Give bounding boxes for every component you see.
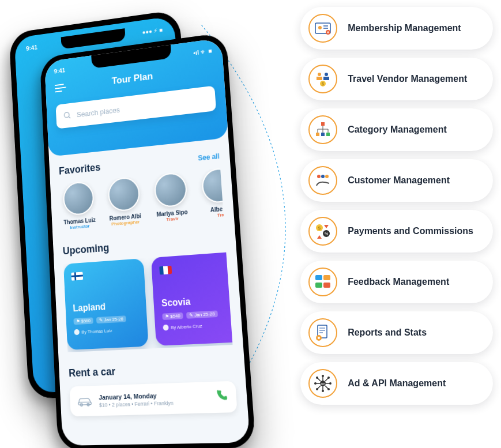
feature-label: Feedback Management [348, 276, 449, 288]
page-title: Tour Plan [111, 71, 153, 87]
favorite-item[interactable]: Romero Albi Photographer [104, 176, 145, 227]
rent-meta: $10 • 2 places • Ferrari • Franklyn [99, 400, 174, 408]
rent-heading: Rent a car [69, 366, 116, 379]
api-icon [308, 369, 337, 398]
favorite-item[interactable]: Thomas Luiz Instructor [59, 180, 99, 231]
favorites-heading: Favorites [59, 161, 101, 178]
reports-icon [308, 318, 337, 347]
status-icons: ●●● ⚡︎ ■ [142, 27, 163, 35]
status-time: 9:41 [54, 67, 65, 75]
customers-icon [308, 166, 337, 195]
search-icon [63, 111, 72, 121]
tour-card[interactable]: Lapland ⚑ $560✎ Jan 25-28 By Thomas Luiz [63, 258, 149, 350]
rent-date: January 14, Monday [99, 391, 173, 401]
favorite-item[interactable]: Alberto Tra [198, 168, 224, 219]
search-placeholder: Search places [77, 106, 120, 119]
car-icon [77, 396, 93, 406]
flag-icon [71, 272, 83, 281]
avatar [107, 176, 140, 212]
svg-line-1 [69, 116, 70, 119]
upcoming-section: Upcoming Lapland ⚑ $560✎ Jan 25-28 By Th… [52, 221, 243, 357]
upcoming-heading: Upcoming [62, 242, 109, 257]
see-all-link[interactable]: See all [198, 152, 220, 163]
id-card-icon [308, 14, 337, 43]
phone-mockups: 9:41 ●●● ⚡︎ ■ 9:41 •ıl ᯤ ■ Tour Plan Sea… [0, 0, 245, 448]
avatar [201, 168, 224, 204]
upcoming-row: Lapland ⚑ $560✎ Jan 25-28 By Thomas Luiz… [63, 253, 233, 352]
feature-pill[interactable]: Membership Management [300, 7, 493, 50]
tour-destination: Scovia [161, 294, 231, 309]
feature-pill[interactable]: Payments and Commissions [300, 210, 493, 253]
rent-section: Rent a car January 14, Monday $10 • 2 pl… [58, 349, 248, 421]
vendor-icon [308, 65, 337, 93]
feature-pill[interactable]: Travel Vendor Management [300, 58, 493, 100]
feature-pill[interactable]: Category Management [300, 108, 493, 151]
feature-label: Travel Vendor Management [348, 73, 467, 85]
tour-card[interactable]: Scovia ⚑ $540✎ Jan 25-28 By Alberto Cruz [151, 253, 233, 346]
flag-icon [159, 266, 172, 275]
feature-pill[interactable]: Ad & API Management [300, 362, 493, 405]
feature-label: Reports and Stats [348, 327, 427, 338]
tour-meta: ⚑ $540✎ Jan 25-28 [162, 310, 232, 320]
tour-by: By Thomas Luiz [74, 326, 140, 335]
phone-front: 9:41 •ıl ᯤ ■ Tour Plan Search places Fav… [40, 32, 256, 448]
tour-destination: Lapland [73, 300, 138, 314]
feature-label: Customer Management [348, 175, 450, 186]
feature-label: Payments and Commissions [348, 225, 473, 237]
status-icons: •ıl ᯤ ■ [193, 47, 212, 57]
phone-notch [61, 28, 126, 49]
avatar [63, 180, 95, 216]
tour-by: By Alberto Cruz [163, 321, 232, 331]
favorites-row: Thomas Luiz Instructor Romero Albi Photo… [59, 168, 224, 231]
feature-label: Membership Management [348, 22, 461, 34]
feature-pill[interactable]: Feedback Management [300, 261, 493, 303]
tour-meta: ⚑ $560✎ Jan 25-28 [73, 315, 139, 325]
search-input[interactable]: Search places [55, 85, 216, 129]
menu-icon[interactable] [55, 84, 66, 93]
rent-card[interactable]: January 14, Monday $10 • 2 places • Ferr… [69, 381, 237, 417]
avatar [153, 172, 187, 208]
feature-pill[interactable]: Reports and Stats [300, 311, 493, 354]
feature-pill[interactable]: Customer Management [300, 159, 493, 202]
tree-icon [308, 115, 337, 144]
status-time: 9:41 [26, 44, 37, 52]
feature-list: Membership Management Travel Vendor Mana… [300, 7, 493, 405]
favorite-item[interactable]: Mariya Sipo Travlr [150, 171, 192, 223]
feedback-icon [308, 268, 337, 296]
feature-label: Ad & API Management [348, 378, 446, 389]
call-icon[interactable] [214, 387, 228, 407]
feature-label: Category Management [348, 124, 447, 135]
payments-icon [308, 217, 337, 246]
